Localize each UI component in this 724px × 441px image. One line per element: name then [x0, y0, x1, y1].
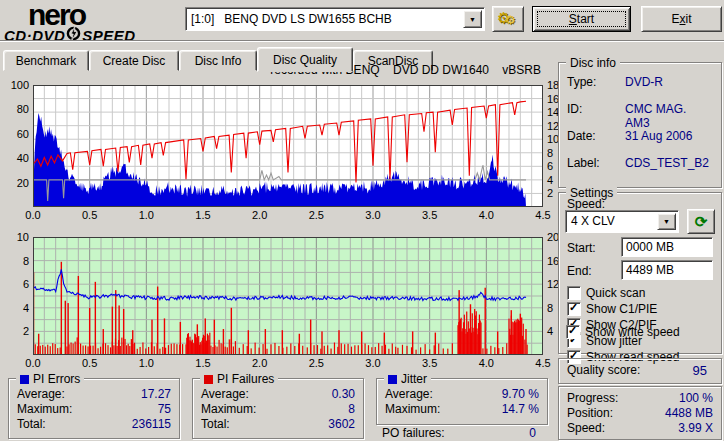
stat-value: 14.7 % [502, 402, 539, 416]
start-position-label: Start: [567, 241, 596, 255]
checkbox-box[interactable] [567, 302, 581, 316]
disc-label-value: CDS_TEST_B2 [625, 156, 709, 170]
stat-value: 9.70 % [502, 387, 539, 401]
axis-tick-label: 10 [4, 231, 29, 243]
checkbox-show-c1-pie[interactable]: Show C1/PIE [567, 302, 657, 316]
pi-errors-caption: PI Errors [16, 372, 84, 386]
start-position-input[interactable]: 0000 MB [621, 237, 713, 257]
axis-tick-label: 1.0 [131, 209, 161, 221]
stat-value: 236115 [132, 417, 171, 431]
axis-tick-label: 4.0 [471, 209, 501, 221]
exit-button-label: Exit [642, 7, 721, 31]
checkbox-box[interactable] [566, 325, 580, 339]
speed-select-value: 4 X CLV [571, 214, 615, 228]
axis-tick-label: 4.0 [471, 357, 501, 369]
pi-failures-caption: PI Failures [200, 372, 278, 386]
stat-label: Maximum: [385, 402, 440, 416]
po-failures-value: 0 [529, 426, 536, 440]
speed-select-arrow-button[interactable]: ▼ [657, 213, 676, 230]
stat-value: 0.30 [332, 387, 355, 401]
tab-disc-quality[interactable]: Disc Quality [257, 47, 353, 72]
pi-failures-jitter-chart [33, 237, 543, 355]
tab-label: Disc Quality [273, 53, 337, 67]
po-failures-label: PO failures: [382, 426, 445, 440]
disc-info-group: Disc info Type:DVD-R ID:CMC MAG. AM3 Dat… [558, 62, 722, 188]
stat-label: Average: [17, 387, 65, 401]
stat-label: Maximum: [17, 402, 72, 416]
stat-label: Average: [201, 387, 249, 401]
checkbox-show-write-speed[interactable]: Show write speed [566, 325, 680, 339]
options-button[interactable]: ⚙ ⚙ [492, 6, 524, 32]
quality-score-value: 95 [693, 363, 707, 378]
disc-info-caption: Disc info [566, 56, 620, 70]
stat-value: 8 [348, 402, 355, 416]
po-failures-row: PO failures: 0 [382, 426, 540, 439]
speed-readout-value: 3.99 X [678, 421, 713, 435]
axis-tick-label: 2.0 [245, 357, 275, 369]
drive-select-arrow-button[interactable]: ▼ [463, 10, 482, 28]
pi-errors-stats-box: PI Errors Average:17.27 Maximum:75 Total… [8, 378, 180, 439]
axis-tick-label: 2.5 [301, 357, 331, 369]
axis-tick-label: 3.0 [358, 357, 388, 369]
axis-tick-label: 20 [4, 177, 29, 189]
axis-tick-label: 3.0 [358, 209, 388, 221]
position-value: 4488 MB [665, 406, 713, 420]
end-position-value: 4489 MB [626, 263, 674, 277]
speed-readout-label: Speed: [567, 421, 605, 435]
speed-select[interactable]: 4 X CLV ▼ [565, 210, 679, 233]
axis-tick-label: 0.0 [18, 357, 48, 369]
disc-label-label: Label: [567, 156, 600, 170]
app-window: nero CD·DVDSPEED [1:0] BENQ DVD LS DW165… [0, 0, 724, 441]
axis-tick-label: 100 [4, 79, 29, 91]
stat-label: Average: [385, 387, 433, 401]
focus-rect [537, 11, 626, 27]
disc-type-label: Type: [567, 75, 596, 89]
refresh-button[interactable]: ⟳ [687, 209, 715, 234]
checkbox-label: Quick scan [586, 286, 645, 300]
axis-tick-label: 4 [4, 302, 29, 314]
axis-tick-label: 4.5 [528, 357, 558, 369]
disc-date-value: 31 Aug 2006 [625, 129, 692, 143]
start-position-value: 0000 MB [626, 240, 674, 254]
axis-tick-label: 0.5 [75, 209, 105, 221]
chevron-down-icon: ▼ [469, 16, 476, 23]
stat-value: 3602 [328, 417, 355, 431]
exit-button[interactable]: Exit [641, 6, 722, 32]
axis-tick-label: 3.5 [415, 357, 445, 369]
axis-tick-label: 1.0 [131, 357, 161, 369]
disc-type-value: DVD-R [625, 75, 663, 89]
quality-score-box: Quality score:95 [558, 358, 722, 384]
header-divider [0, 40, 724, 42]
pi-errors-chart [33, 85, 543, 207]
axis-tick-label: 0.5 [75, 357, 105, 369]
jitter-legend-swatch [388, 375, 397, 384]
stat-label: Total: [201, 417, 230, 431]
end-position-input[interactable]: 4489 MB [621, 260, 713, 280]
checkbox-box[interactable] [567, 286, 581, 300]
stat-label: Maximum: [201, 402, 256, 416]
stat-value: 17.27 [141, 387, 171, 401]
start-button[interactable]: Start [532, 6, 631, 32]
gears-icon: ⚙ [505, 13, 516, 27]
drive-select[interactable]: [1:0] BENQ DVD LS DW1655 BCHB ▼ [185, 7, 485, 31]
jitter-stats-box: Jitter Average:9.70 % Maximum:14.7 % [376, 378, 548, 425]
axis-tick-label: 2 [4, 325, 29, 337]
axis-tick-label: 2.5 [301, 209, 331, 221]
jitter-caption: Jitter [384, 372, 431, 386]
checkbox-quick-scan[interactable]: Quick scan [567, 286, 645, 300]
checkbox-label: Show C1/PIE [586, 302, 657, 316]
axis-tick-label: 40 [4, 152, 29, 164]
axis-tick-label: 8 [4, 255, 29, 267]
drive-select-value: [1:0] BENQ DVD LS DW1655 BCHB [191, 12, 392, 26]
end-position-label: End: [567, 264, 592, 278]
axis-tick-label: 0.0 [18, 209, 48, 221]
pi-failures-stats-box: PI Failures Average:0.30 Maximum:8 Total… [192, 378, 364, 439]
axis-tick-label: 80 [4, 103, 29, 115]
quality-score-label: Quality score: [567, 363, 640, 377]
disc-id-value: CMC MAG. AM3 [625, 102, 713, 130]
checkbox-label: Show write speed [585, 325, 680, 339]
axis-tick-label: 60 [4, 128, 29, 140]
refresh-arrows-icon: ⟳ [688, 210, 714, 233]
disc-id-label: ID: [567, 102, 582, 116]
speed-label: Speed: [567, 197, 605, 211]
